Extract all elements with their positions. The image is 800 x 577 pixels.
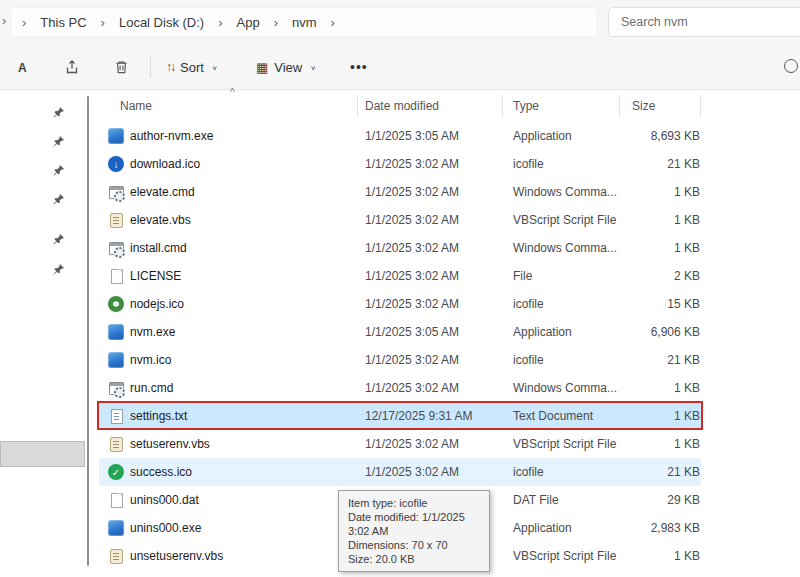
chevron-right-icon[interactable]: › xyxy=(96,13,110,32)
command-script-icon xyxy=(108,184,124,200)
sort-label: Sort xyxy=(180,60,204,75)
file-type: icofile xyxy=(513,297,544,311)
pin-icon[interactable] xyxy=(52,193,66,207)
delete-button[interactable] xyxy=(106,51,137,83)
file-type: Windows Comma... xyxy=(513,381,617,395)
rename-button[interactable]: A xyxy=(10,51,42,83)
file-row[interactable]: download.ico 1/1/2025 3:02 AM icofile 21… xyxy=(92,150,800,178)
file-type: icofile xyxy=(513,157,544,171)
toolbar-divider xyxy=(150,56,151,78)
file-size: 1 KB xyxy=(612,185,700,199)
file-name: success.ico xyxy=(130,465,192,479)
file-name: LICENSE xyxy=(130,269,181,283)
file-name: download.ico xyxy=(130,157,200,171)
file-name: nvm.exe xyxy=(130,325,175,339)
trash-icon xyxy=(114,59,129,75)
file-date-modified: 1/1/2025 3:05 AM xyxy=(365,325,459,339)
chevron-right-icon[interactable]: › xyxy=(17,13,31,32)
see-more-button[interactable]: ••• xyxy=(342,51,376,83)
pin-icon[interactable] xyxy=(52,233,66,247)
generic-file-icon xyxy=(108,268,124,284)
file-row[interactable]: setuserenv.vbs 1/1/2025 3:02 AM VBScript… xyxy=(92,430,800,458)
breadcrumb-item-this-pc[interactable]: This PC xyxy=(33,11,93,34)
pin-icon[interactable] xyxy=(52,135,66,149)
file-size: 2 KB xyxy=(612,269,700,283)
file-date-modified: 12/17/2025 9:31 AM xyxy=(365,409,472,423)
file-size: 21 KB xyxy=(612,465,700,479)
share-button[interactable] xyxy=(56,51,88,83)
success-icon xyxy=(108,464,124,480)
file-type: Application xyxy=(513,521,572,535)
pin-icon[interactable] xyxy=(52,106,66,120)
sort-button[interactable]: ↑↓ Sort ∨ xyxy=(158,51,226,83)
column-divider[interactable] xyxy=(502,95,503,117)
grid-view-icon: ▦ xyxy=(256,60,268,75)
application-icon xyxy=(108,520,124,536)
navigation-pane xyxy=(0,90,89,577)
chevron-right-icon[interactable]: › xyxy=(326,13,340,32)
column-divider[interactable] xyxy=(619,95,620,117)
file-size: 15 KB xyxy=(612,297,700,311)
file-row[interactable]: elevate.vbs 1/1/2025 3:02 AM VBScript Sc… xyxy=(92,206,800,234)
column-header-name[interactable]: Name xyxy=(120,99,152,113)
column-divider[interactable] xyxy=(700,95,701,117)
breadcrumb: › This PC › Local Disk (D:) › App › nvm … xyxy=(10,7,598,37)
file-row[interactable]: author-nvm.exe 1/1/2025 3:05 AM Applicat… xyxy=(92,122,800,150)
text-document-icon xyxy=(108,408,124,424)
chevron-right-icon[interactable]: › xyxy=(213,13,227,32)
file-name: nodejs.ico xyxy=(130,297,184,311)
file-name: elevate.vbs xyxy=(130,213,191,227)
breadcrumb-item-local-disk-d[interactable]: Local Disk (D:) xyxy=(112,11,211,34)
view-label: View xyxy=(274,60,302,75)
file-row[interactable]: nvm.ico 1/1/2025 3:02 AM icofile 21 KB xyxy=(92,346,800,374)
file-type: Application xyxy=(513,325,572,339)
file-name: elevate.cmd xyxy=(130,185,195,199)
file-name: unsetuserenv.vbs xyxy=(130,549,223,563)
file-name: unins000.dat xyxy=(130,493,199,507)
file-type: File xyxy=(513,269,532,283)
download-icon xyxy=(108,156,124,172)
tooltip-dimensions: Dimensions: 70 x 70 xyxy=(348,538,480,552)
pin-icon[interactable] xyxy=(52,164,66,178)
column-header-type[interactable]: Type xyxy=(513,99,539,113)
details-icon[interactable] xyxy=(784,59,798,73)
command-toolbar: A ↑↓ Sort ∨ ▦ View ∨ ••• xyxy=(0,44,800,90)
file-row[interactable]: run.cmd 1/1/2025 3:02 AM Windows Comma..… xyxy=(92,374,800,402)
file-row-selected[interactable]: settings.txt 12/17/2025 9:31 AM Text Doc… xyxy=(92,402,800,430)
sidebar-scrollbar[interactable] xyxy=(87,96,89,566)
sort-ascending-indicator: ^ xyxy=(230,87,235,98)
file-date-modified: 1/1/2025 3:02 AM xyxy=(365,381,459,395)
file-size: 21 KB xyxy=(612,157,700,171)
chevron-right-icon[interactable]: › xyxy=(269,13,283,32)
file-size: 1 KB xyxy=(612,381,700,395)
search-input[interactable] xyxy=(609,8,800,36)
ico-file-icon xyxy=(108,352,124,368)
nav-chevron-icon[interactable]: › xyxy=(2,13,6,28)
file-row[interactable]: elevate.cmd 1/1/2025 3:02 AM Windows Com… xyxy=(92,178,800,206)
column-header-size[interactable]: Size xyxy=(632,99,655,113)
file-row[interactable]: LICENSE 1/1/2025 3:02 AM File 2 KB xyxy=(92,262,800,290)
share-icon xyxy=(64,59,80,75)
file-size: 21 KB xyxy=(612,353,700,367)
sort-arrows-icon: ↑↓ xyxy=(166,60,174,74)
file-type: Windows Comma... xyxy=(513,185,617,199)
breadcrumb-item-app[interactable]: App xyxy=(230,11,267,34)
breadcrumb-item-nvm[interactable]: nvm xyxy=(285,11,324,34)
file-row-hovered[interactable]: success.ico 1/1/2025 3:02 AM icofile 21 … xyxy=(92,458,800,486)
file-row[interactable]: install.cmd 1/1/2025 3:02 AM Windows Com… xyxy=(92,234,800,262)
view-button[interactable]: ▦ View ∨ xyxy=(248,51,324,83)
file-date-modified: 1/1/2025 3:02 AM xyxy=(365,213,459,227)
dat-file-icon xyxy=(108,492,124,508)
ellipsis-icon: ••• xyxy=(350,59,368,75)
column-divider[interactable] xyxy=(357,95,358,117)
file-row[interactable]: nvm.exe 1/1/2025 3:05 AM Application 6,9… xyxy=(92,318,800,346)
tooltip-item-type: Item type: icofile xyxy=(348,496,480,510)
column-header-date-modified[interactable]: Date modified xyxy=(365,99,439,113)
pin-icon[interactable] xyxy=(52,263,66,277)
command-script-icon xyxy=(108,240,124,256)
file-type: Application xyxy=(513,129,572,143)
file-name: install.cmd xyxy=(130,241,187,255)
tooltip: Item type: icofile Date modified: 1/1/20… xyxy=(338,490,490,572)
search-box xyxy=(608,7,800,37)
file-row[interactable]: nodejs.ico 1/1/2025 3:02 AM icofile 15 K… xyxy=(92,290,800,318)
